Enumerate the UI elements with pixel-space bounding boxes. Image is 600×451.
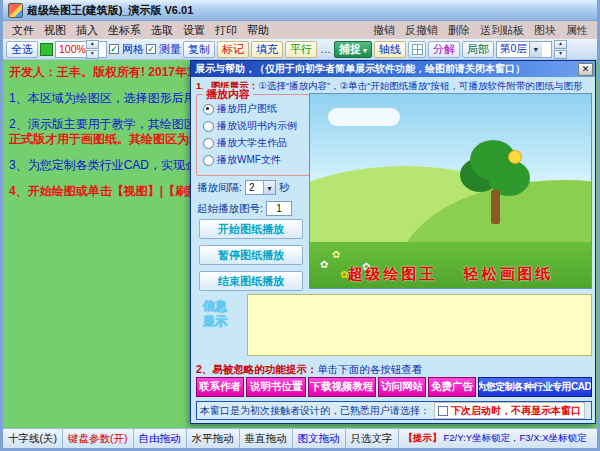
status-text-drag-toggle[interactable]: 图文拖动 <box>293 429 346 448</box>
pause-play-button[interactable]: 暂停图纸播放 <box>199 245 303 265</box>
slogan-right: 轻松画图纸 <box>464 265 554 284</box>
menu-properties[interactable]: 属性 <box>561 22 593 39</box>
menu-delete[interactable]: 删除 <box>443 22 475 39</box>
color-swatch[interactable] <box>40 43 53 56</box>
status-hint: 【提示】 F2/Y:Y坐标锁定，F3/X:X坐标锁定 <box>399 429 598 448</box>
app-icon <box>8 3 23 18</box>
demo-dialog: 展示与帮助，（仅用于向初学者简单展示软件功能，绘图前请关闭本窗口） ✕ 1、图纸… <box>190 60 596 424</box>
menu-block[interactable]: 图块 <box>529 22 561 39</box>
zoom-spinner[interactable] <box>86 40 99 59</box>
status-vertical-drag-toggle[interactable]: 垂直拖动 <box>240 429 293 448</box>
start-number-label: 起始播放图号: <box>197 202 263 216</box>
parallel-button[interactable]: 平行 <box>285 41 317 58</box>
preview-picture: 超级绘图王 轻松画图纸 <box>309 93 592 289</box>
fill-button[interactable]: 填充 <box>251 41 283 58</box>
measure-checkbox-label: 测量 <box>159 42 181 57</box>
manual-location-button[interactable]: 说明书位置 <box>246 377 306 397</box>
radio-play-manual-examples[interactable]: 播放说明书内示例 <box>203 119 297 133</box>
partial-button[interactable]: 局部 <box>462 41 494 58</box>
info-display-label: 信息显示 <box>203 299 231 329</box>
radio-play-student-works[interactable]: 播放大学生作品 <box>203 136 287 150</box>
measure-checkbox[interactable]: 测量 <box>146 42 181 57</box>
radio-icon <box>203 121 214 132</box>
checkbox-icon <box>438 406 448 416</box>
axis-button[interactable]: 轴线 <box>374 41 406 58</box>
status-crosshair-toggle[interactable]: 十字线(关) <box>3 429 63 448</box>
menu-help[interactable]: 帮助 <box>242 22 274 39</box>
dialog-body: 1、图纸展示：①选择“播放内容”，②单击“开始图纸播放”按钮，可播放软件附带的图… <box>191 77 595 423</box>
copy-button[interactable]: 复制 <box>183 41 215 58</box>
drawing-canvas[interactable]: 开发人：王丰。版权所有! 2017年1月 1、本区域为绘图区，选择图形后用鼠标 … <box>3 60 597 428</box>
status-text-only-toggle[interactable]: 只选文字 <box>346 429 399 448</box>
radio-selected-icon <box>203 104 214 115</box>
grid-tool-button[interactable] <box>408 41 426 58</box>
canvas-note-3: 正式版才用于画图纸。其绘图区为白 <box>9 131 201 148</box>
menu-bar: 文件 视图 插入 坐标系 选取 设置 打印 帮助 撤销 反撤销 删除 送到贴板 … <box>3 21 597 39</box>
interval-select[interactable]: 2 <box>245 180 276 195</box>
select-all-button[interactable]: 全选 <box>6 41 38 58</box>
snap-button-label: 捕捉 <box>339 42 361 57</box>
grid-checkbox[interactable]: 网格 <box>109 42 144 57</box>
mark-button[interactable]: 标记 <box>217 41 249 58</box>
menu-insert[interactable]: 插入 <box>71 22 103 39</box>
spin-up-icon <box>86 40 99 49</box>
footer-note: 本窗口是为初次接触者设计的，已熟悉用户请选择： <box>200 404 430 418</box>
menu-settings[interactable]: 设置 <box>178 22 210 39</box>
tip1-rest: ①选择“播放内容”，②单击“开始图纸播放”按钮，可播放软件附带的图纸与图形 <box>258 80 582 91</box>
custom-cad-button[interactable]: 为您定制各种行业专用CAD! <box>478 377 592 397</box>
sun-graphic <box>508 150 522 164</box>
menu-send-to-clipboard[interactable]: 送到贴板 <box>475 22 529 39</box>
layer-select[interactable]: 第0层 <box>496 41 552 58</box>
zoom-select[interactable]: 100% <box>55 41 107 58</box>
status-horizontal-drag-toggle[interactable]: 水平拖动 <box>187 429 240 448</box>
menu-redo[interactable]: 反撤销 <box>400 22 443 39</box>
grid-icon <box>412 44 423 55</box>
link-button-row: 联系作者 说明书位置 下载视频教程 访问网站 免费广告 为您定制各种行业专用CA… <box>196 377 592 397</box>
radio-label: 播放大学生作品 <box>217 136 287 150</box>
dialog-close-button[interactable]: ✕ <box>578 63 593 76</box>
menu-view[interactable]: 视图 <box>39 22 71 39</box>
radio-icon <box>203 138 214 149</box>
play-content-group-title: 播放内容 <box>203 88 253 100</box>
grid-checkbox-label: 网格 <box>122 42 144 57</box>
snap-button[interactable]: 捕捉 <box>334 41 372 58</box>
more-tools-button[interactable]: … <box>319 43 332 55</box>
spin-down-icon <box>554 50 567 59</box>
tip2-prefix: 2、易被忽略的功能提示： <box>196 363 317 375</box>
status-keyboard-params-toggle[interactable]: 键盘参数(开) <box>63 429 134 448</box>
radio-play-wmf-files[interactable]: 播放WMF文件 <box>203 153 281 167</box>
app-window: 超级绘图王(建筑版)_演示版 V6.01 文件 视图 插入 坐标系 选取 设置 … <box>0 0 600 451</box>
title-bar[interactable]: 超级绘图王(建筑版)_演示版 V6.01 <box>3 0 597 21</box>
dont-show-again-checkbox[interactable]: 下次启动时，不再显示本窗口 <box>434 402 585 419</box>
stop-play-button[interactable]: 结束图纸播放 <box>199 271 303 291</box>
contact-author-button[interactable]: 联系作者 <box>196 377 244 397</box>
menu-file[interactable]: 文件 <box>7 22 39 39</box>
menu-coordinate-system[interactable]: 坐标系 <box>103 22 146 39</box>
dialog-title-bar[interactable]: 展示与帮助，（仅用于向初学者简单展示软件功能，绘图前请关闭本窗口） ✕ <box>191 61 595 77</box>
layer-spinner[interactable] <box>554 40 567 59</box>
free-ad-button[interactable]: 免费广告 <box>428 377 476 397</box>
dialog-footer: 本窗口是为初次接触者设计的，已熟悉用户请选择： 下次启动时，不再显示本窗口 <box>196 401 592 420</box>
status-free-drag-toggle[interactable]: 自由拖动 <box>134 429 187 448</box>
start-play-button[interactable]: 开始图纸播放 <box>199 219 303 239</box>
menu-pick[interactable]: 选取 <box>146 22 178 39</box>
radio-icon <box>203 155 214 166</box>
tip2-text: 2、易被忽略的功能提示：单击下面的各按钮查看 <box>196 363 422 377</box>
play-content-group: 播放内容 播放用户图纸 播放说明书内示例 播放大学生作品 <box>196 94 310 176</box>
tree-trunk <box>491 190 500 224</box>
download-video-button[interactable]: 下载视频教程 <box>308 377 376 397</box>
info-display-box <box>247 294 592 356</box>
menu-undo[interactable]: 撤销 <box>368 22 400 39</box>
menu-print[interactable]: 打印 <box>210 22 242 39</box>
interval-row: 播放间隔: 2 秒 <box>197 180 289 195</box>
interval-label: 播放间隔: <box>197 181 242 195</box>
dont-show-again-label: 下次启动时，不再显示本窗口 <box>451 404 581 418</box>
tip2-rest: 单击下面的各按钮查看 <box>317 363 422 375</box>
slogan-left: 超级绘图王 <box>348 265 438 284</box>
visit-website-button[interactable]: 访问网站 <box>378 377 426 397</box>
radio-label: 播放用户图纸 <box>217 102 277 116</box>
start-number-input[interactable]: 1 <box>266 201 292 216</box>
radio-play-user-drawings[interactable]: 播放用户图纸 <box>203 102 277 116</box>
explode-button[interactable]: 分解 <box>428 41 460 58</box>
zoom-value: 100% <box>59 43 86 55</box>
